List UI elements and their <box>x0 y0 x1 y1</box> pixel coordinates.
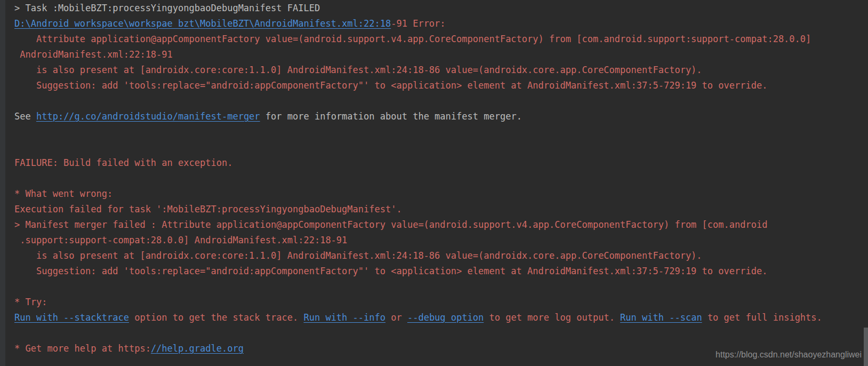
console-line: AndroidManifest.xml:22:18-91 <box>14 47 868 62</box>
console-text-error: Execution failed for task ':MobileBZT:pr… <box>14 204 402 214</box>
console-text-error: is also present at [androidx.core:core:1… <box>14 250 702 261</box>
console-line: D:\Android_workspace\workspae_bzt\Mobile… <box>14 16 868 31</box>
console-line: Suggestion: add 'tools:replace="android:… <box>14 264 868 279</box>
console-text-error: * Get more help at https: <box>14 343 151 354</box>
console-text-plain: See <box>14 111 36 122</box>
console-text-error: > Manifest merger failed : Attribute app… <box>14 219 767 230</box>
console-line: FAILURE: Build failed with an exception. <box>14 155 868 171</box>
console-text-error: FAILURE: Build failed with an exception. <box>14 157 232 168</box>
gradle-help-link[interactable]: //help.gradle.org <box>151 343 244 354</box>
console-line: Suggestion: add 'tools:replace="android:… <box>14 78 868 93</box>
console-line: * What went wrong: <box>14 186 868 202</box>
console-line: .support:support-compat:28.0.0] AndroidM… <box>14 233 868 248</box>
console-text-error: -91 Error: <box>391 18 445 29</box>
console-line <box>14 93 868 109</box>
console-line: * Try: <box>14 295 868 310</box>
console-text-error: .support:support-compat:28.0.0] AndroidM… <box>14 235 347 245</box>
console-line: is also present at [androidx.core:core:1… <box>14 62 868 78</box>
console-text-error: is also present at [androidx.core:core:1… <box>14 65 702 75</box>
console-line: is also present at [androidx.core:core:1… <box>14 248 868 264</box>
console-output: > Task :MobileBZT:processYingyongbaoDebu… <box>5 1 868 366</box>
console-line: > Manifest merger failed : Attribute app… <box>14 217 868 233</box>
console-text-error: or <box>385 312 407 323</box>
console-left-gutter <box>0 0 5 366</box>
console-line <box>14 279 868 295</box>
console-text-error: to get full insights. <box>702 312 822 323</box>
console-line: Attribute application@appComponentFactor… <box>14 31 868 47</box>
vertical-scrollbar-thumb[interactable] <box>864 328 868 366</box>
console-line: Execution failed for task ':MobileBZT:pr… <box>14 202 868 217</box>
console-line <box>14 325 868 341</box>
manifest-merger-doc-link[interactable]: http://g.co/androidstudio/manifest-merge… <box>36 111 260 122</box>
console-text-plain: > Task :MobileBZT:processYingyongbaoDebu… <box>14 3 320 13</box>
console-text-error: * What went wrong: <box>14 188 112 199</box>
console-text-error: option to get the stack trace. <box>129 312 304 323</box>
console-line <box>14 171 868 186</box>
console-line: See http://g.co/androidstudio/manifest-m… <box>14 109 868 124</box>
watermark: https://blog.csdn.net/shaoyezhangliwei <box>716 350 862 360</box>
debug-option-link[interactable]: --debug option <box>407 312 484 323</box>
console-line: Run with --stacktrace option to get the … <box>14 310 868 325</box>
run-with-stacktrace-link[interactable]: Run with --stacktrace <box>14 312 129 323</box>
run-with-info-link[interactable]: Run with --info <box>303 312 385 323</box>
console-text-error: to get more log output. <box>484 312 620 323</box>
manifest-file-link[interactable]: D:\Android_workspace\workspae_bzt\Mobile… <box>14 18 391 29</box>
console-text-error: * Try: <box>14 297 47 307</box>
console-line <box>14 140 868 155</box>
console-text-error: Suggestion: add 'tools:replace="android:… <box>14 266 767 276</box>
console-line <box>14 124 868 140</box>
console-text-error: Attribute application@appComponentFactor… <box>14 34 811 44</box>
console-text-error: AndroidManifest.xml:22:18-91 <box>14 49 173 60</box>
console-line: > Task :MobileBZT:processYingyongbaoDebu… <box>14 1 868 16</box>
run-with-scan-link[interactable]: Run with --scan <box>620 312 702 323</box>
console-text-plain: for more information about the manifest … <box>260 111 522 122</box>
console-text-error: Suggestion: add 'tools:replace="android:… <box>14 80 767 91</box>
